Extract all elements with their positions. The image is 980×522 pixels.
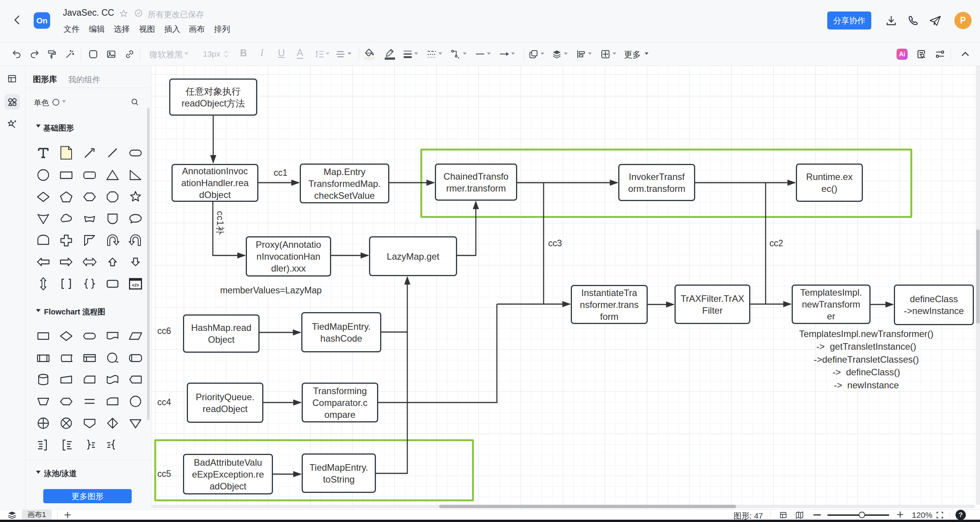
svg-text:</>: </> [132,282,139,288]
